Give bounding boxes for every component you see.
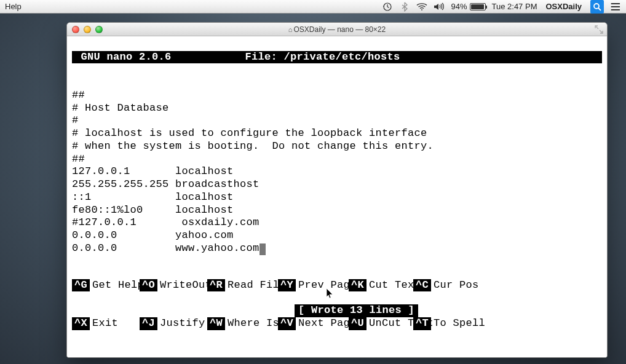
shortcut-key: ^U: [349, 317, 366, 330]
window-close-button[interactable]: [72, 26, 79, 33]
active-app-name[interactable]: OSXDaily: [543, 2, 584, 11]
svg-point-6: [611, 3, 612, 4]
help-menu[interactable]: Help: [5, 2, 22, 11]
nano-shortcut: ^VNext Page: [278, 317, 349, 330]
terminal-window: ⌂OSXDaily — nano — 80×22 GNU nano 2.0.6F…: [66, 22, 608, 358]
shortcut-key: ^J: [140, 317, 157, 330]
nano-shortcut: ^WWhere Is: [207, 317, 278, 330]
shortcut-key: ^O: [140, 279, 157, 292]
svg-rect-3: [611, 3, 620, 4]
hosts-line: # localhost is used to configure the loo…: [72, 127, 602, 140]
hosts-line: ##: [72, 89, 602, 102]
nano-shortcut: ^RRead File: [207, 279, 278, 292]
shortcut-label: Get Help: [92, 279, 144, 292]
battery-icon: [470, 3, 486, 10]
nano-file-label: File: /private/etc/hosts: [245, 51, 400, 64]
shortcut-key: ^Y: [278, 279, 296, 292]
shortcut-key: ^V: [278, 317, 296, 330]
shortcut-label: WriteOut: [160, 279, 212, 292]
spotlight-icon[interactable]: [590, 0, 604, 14]
svg-point-8: [611, 9, 612, 10]
nano-shortcut: ^GGet Help: [72, 279, 140, 292]
hosts-line: # when the system is booting. Do not cha…: [72, 140, 602, 153]
nano-shortcut: ^OWriteOut: [140, 279, 207, 292]
window-zoom-button[interactable]: [95, 26, 103, 33]
hosts-line: # Host Database: [72, 102, 602, 115]
empty-line: [72, 76, 79, 88]
timemachine-icon[interactable]: [382, 1, 393, 12]
window-minimize-button[interactable]: [84, 26, 91, 33]
shortcut-label: Exit: [92, 317, 118, 330]
nano-program-label: GNU nano 2.0.6: [74, 51, 245, 64]
volume-icon[interactable]: [434, 1, 445, 12]
svg-point-7: [611, 6, 612, 7]
shortcut-key: ^K: [349, 279, 366, 292]
shortcut-label: Read File: [228, 279, 286, 292]
terminal-content[interactable]: GNU nano 2.0.6File: /private/etc/hosts #…: [67, 36, 607, 357]
shortcut-label: Justify: [160, 317, 205, 330]
battery-pct-label: 94%: [451, 2, 467, 11]
window-title: ⌂OSXDaily — nano — 80×22: [67, 25, 607, 34]
nano-shortcut: ^KCut Text: [349, 279, 413, 292]
nano-shortcut: ^JJustify: [140, 317, 207, 330]
shortcut-label: To Spell: [434, 317, 485, 330]
notification-center-icon[interactable]: [610, 1, 621, 12]
window-titlebar[interactable]: ⌂OSXDaily — nano — 80×22: [67, 23, 607, 36]
shortcut-key: ^C: [413, 279, 431, 292]
hosts-line: ##: [72, 153, 602, 166]
wifi-icon[interactable]: [416, 1, 427, 12]
battery-status[interactable]: 94%: [451, 2, 485, 11]
nano-shortcut-bar: ^GGet Help^OWriteOut^RRead File^YPrev Pa…: [72, 253, 602, 355]
hosts-line: #: [72, 114, 602, 127]
nano-shortcut: ^YPrev Page: [278, 279, 349, 292]
shortcut-key: ^R: [207, 279, 225, 292]
nano-header: GNU nano 2.0.6File: /private/etc/hosts: [72, 51, 602, 64]
svg-rect-5: [611, 9, 620, 10]
shortcut-key: ^X: [72, 317, 90, 330]
hosts-line: fe80::1%lo0 localhost: [72, 204, 602, 217]
fullscreen-icon[interactable]: [595, 25, 603, 34]
shortcut-label: Prev Page: [298, 279, 357, 292]
macos-menubar: Help 94% Tue 2:47 PM OSXDaily: [0, 0, 626, 14]
shortcut-key: ^W: [207, 317, 225, 330]
svg-rect-4: [611, 6, 620, 7]
bluetooth-icon[interactable]: [399, 1, 410, 12]
menubar-clock[interactable]: Tue 2:47 PM: [492, 2, 537, 11]
nano-shortcut: ^TTo Spell: [413, 317, 475, 330]
hosts-line: 127.0.0.1 localhost: [72, 165, 602, 178]
shortcut-label: Next Page: [298, 317, 357, 330]
nano-shortcut: ^UUnCut Text: [349, 317, 413, 330]
hosts-file-content: ### Host Database## localhost is used to…: [72, 89, 602, 255]
hosts-line: 255.255.255.255 broadcasthost: [72, 178, 602, 191]
shortcut-label: Cur Pos: [434, 279, 479, 292]
home-icon: ⌂: [288, 26, 293, 33]
svg-point-2: [594, 4, 599, 9]
hosts-line: 0.0.0.0 yahoo.com: [72, 229, 602, 242]
hosts-line: #127.0.0.1 osxdaily.com: [72, 216, 602, 229]
shortcut-label: Where Is: [228, 317, 279, 330]
hosts-line: ::1 localhost: [72, 191, 602, 204]
shortcut-key: ^G: [72, 279, 90, 292]
nano-shortcut: ^XExit: [72, 317, 140, 330]
svg-point-1: [421, 9, 422, 10]
nano-shortcut: ^CCur Pos: [413, 279, 475, 292]
shortcut-key: ^T: [413, 317, 431, 330]
